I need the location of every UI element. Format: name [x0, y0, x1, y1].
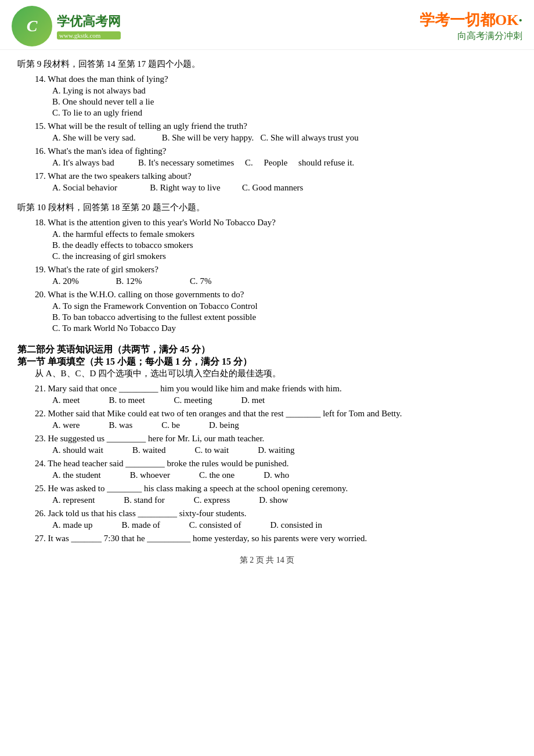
option-16-inline: A. It's always bad B. It's necessary som… [52, 158, 517, 168]
option-17-inline: A. Social behavior B. Right way to live … [52, 183, 517, 193]
option-19-inline: A. 20% B. 12% C. 7% [52, 276, 517, 286]
option-20-a: A. To sign the Framework Convention on T… [52, 301, 517, 311]
question-17: 17. What are the two speakers talking ab… [17, 171, 517, 193]
option-21-c: C. meeting [174, 395, 212, 405]
question-25-text: 25. He was asked to ________ his class m… [17, 484, 517, 494]
part2-header: 第二部分 英语知识运用（共两节，满分 45 分） 第一节 单项填空（共 15 小… [17, 344, 517, 379]
section-9-intro: 听第 9 段材料，回答第 14 至第 17 题四个小题。 [17, 59, 517, 70]
question-23: 23. He suggested us _________ here for M… [17, 434, 517, 455]
right-logo-text: 学考一切都 [420, 12, 495, 28]
option-18-a: A. the harmful effects to female smokers [52, 229, 517, 239]
option-20-b: B. To ban tobacco advertising to the ful… [52, 312, 517, 322]
question-20-text: 20. What is the W.H.O. calling on those … [17, 290, 517, 300]
option-26-a: A. made up [52, 520, 93, 530]
option-21-a: A. meet [52, 395, 80, 405]
question-27: 27. It was _______ 7:30 that he ________… [17, 534, 517, 543]
page-header: C 学优高考网 www.gkstk.com 学考一切都OK· 向高考满分冲刺 [0, 0, 534, 50]
option-23-a: A. should wait [52, 445, 103, 455]
right-logo-bottom: 向高考满分冲刺 [457, 30, 522, 42]
question-18-options: A. the harmful effects to female smokers… [52, 229, 517, 261]
question-25-options: A. represent B. stand for C. express D. … [52, 495, 517, 505]
option-15-inline: A. She will be very sad. B. She will be … [52, 133, 517, 143]
option-23-c: C. to wait [194, 445, 229, 455]
logo-name: 学优高考网 [57, 13, 121, 30]
option-25-a: A. represent [52, 495, 95, 505]
option-18-c: C. the increasing of girl smokers [52, 251, 517, 261]
question-14: 14. What does the man think of lying? A.… [17, 74, 517, 118]
option-23-d: D. waiting [258, 445, 294, 455]
logo-letter: C [27, 17, 38, 35]
question-17-options: A. Social behavior B. Right way to live … [52, 183, 517, 193]
option-22-b: B. was [109, 420, 132, 430]
question-23-options: A. should wait B. waited C. to wait D. w… [52, 445, 517, 455]
option-26-d: D. consisted in [270, 520, 322, 530]
option-22-c: C. be [161, 420, 180, 430]
question-22-text: 22. Mother said that Mike could eat two … [17, 409, 517, 419]
option-23-b: B. waited [132, 445, 166, 455]
option-26-c: C. consisted of [189, 520, 241, 530]
question-26: 26. Jack told us that his class ________… [17, 509, 517, 530]
question-22-options: A. were B. was C. be D. being [52, 420, 517, 430]
question-24-text: 24. The head teacher said _________ brok… [17, 459, 517, 469]
question-17-text: 17. What are the two speakers talking ab… [17, 171, 517, 181]
question-16: 16. What's the man's idea of fighting? A… [17, 146, 517, 168]
right-logo: 学考一切都OK· 向高考满分冲刺 [420, 10, 522, 42]
part2-title: 第二部分 英语知识运用（共两节，满分 45 分） [17, 344, 517, 356]
logo-icon: C [12, 6, 52, 46]
option-25-d: D. show [259, 495, 288, 505]
logo-text: 学优高考网 www.gkstk.com [57, 13, 121, 39]
option-22-a: A. were [52, 420, 80, 430]
logo-url: www.gkstk.com [57, 31, 121, 39]
question-20: 20. What is the W.H.O. calling on those … [17, 290, 517, 333]
section-10-intro-block: 听第 10 段材料，回答第 18 至第 20 题三个小题。 [17, 202, 517, 213]
question-27-text: 27. It was _______ 7:30 that he ________… [17, 534, 517, 543]
page-footer: 第 2 页 共 14 页 [17, 555, 517, 566]
question-19-options: A. 20% B. 12% C. 7% [52, 276, 517, 286]
option-21-d: D. met [241, 395, 265, 405]
option-26-b: B. made of [122, 520, 160, 530]
question-20-options: A. To sign the Framework Convention on T… [52, 301, 517, 333]
question-23-text: 23. He suggested us _________ here for M… [17, 434, 517, 444]
option-21-b: B. to meet [109, 395, 145, 405]
section-9-intro-text: 听第 9 段材料，回答第 14 至第 17 题四个小题。 [17, 59, 517, 70]
left-logo: C 学优高考网 www.gkstk.com [12, 6, 121, 46]
question-14-text: 14. What does the man think of lying? [17, 74, 517, 84]
section1-title: 第一节 单项填空（共 15 小题；每小题 1 分，满分 15 分） [17, 356, 517, 368]
question-15-text: 15. What will be the result of telling a… [17, 121, 517, 131]
option-24-c: C. the one [199, 470, 234, 480]
option-24-d: D. who [264, 470, 289, 480]
question-15-options: A. She will be very sad. B. She will be … [52, 133, 517, 143]
question-16-options: A. It's always bad B. It's necessary som… [52, 158, 517, 168]
question-15: 15. What will be the result of telling a… [17, 121, 517, 143]
question-24: 24. The head teacher said _________ brok… [17, 459, 517, 480]
option-25-c: C. express [194, 495, 230, 505]
option-14-a: A. Lying is not always bad [52, 86, 517, 96]
question-25: 25. He was asked to ________ his class m… [17, 484, 517, 505]
question-19-text: 19. What's the rate of girl smokers? [17, 265, 517, 275]
question-24-options: A. the student B. whoever C. the one D. … [52, 470, 517, 480]
page-info: 第 2 页 共 14 页 [240, 556, 295, 564]
option-20-c: C. To mark World No Tobacco Day [52, 323, 517, 333]
question-18-text: 18. What is the attention given to this … [17, 218, 517, 228]
question-21: 21. Mary said that once _________ him yo… [17, 384, 517, 405]
option-14-c: C. To lie to an ugly friend [52, 108, 517, 118]
section1-instruction: 从 A、B、C、D 四个选项中，选出可以填入空白处的最佳选项。 [17, 368, 517, 379]
section-10-intro-text: 听第 10 段材料，回答第 18 至第 20 题三个小题。 [17, 202, 517, 213]
option-25-b: B. stand for [124, 495, 164, 505]
question-26-options: A. made up B. made of C. consisted of D.… [52, 520, 517, 530]
question-19: 19. What's the rate of girl smokers? A. … [17, 265, 517, 286]
option-14-b: B. One should never tell a lie [52, 97, 517, 107]
option-18-b: B. the deadly effects to tobacco smokers [52, 240, 517, 250]
option-24-a: A. the student [52, 470, 101, 480]
right-logo-top: 学考一切都OK· [420, 10, 522, 30]
question-21-options: A. meet B. to meet C. meeting D. met [52, 395, 517, 405]
option-22-d: D. being [209, 420, 239, 430]
option-24-b: B. whoever [130, 470, 170, 480]
question-22: 22. Mother said that Mike could eat two … [17, 409, 517, 430]
right-logo-ok: OK [495, 12, 518, 28]
question-21-text: 21. Mary said that once _________ him yo… [17, 384, 517, 394]
question-14-options: A. Lying is not always bad B. One should… [52, 86, 517, 118]
main-content: 听第 9 段材料，回答第 14 至第 17 题四个小题。 14. What do… [0, 50, 534, 577]
question-18: 18. What is the attention given to this … [17, 218, 517, 261]
question-16-text: 16. What's the man's idea of fighting? [17, 146, 517, 156]
